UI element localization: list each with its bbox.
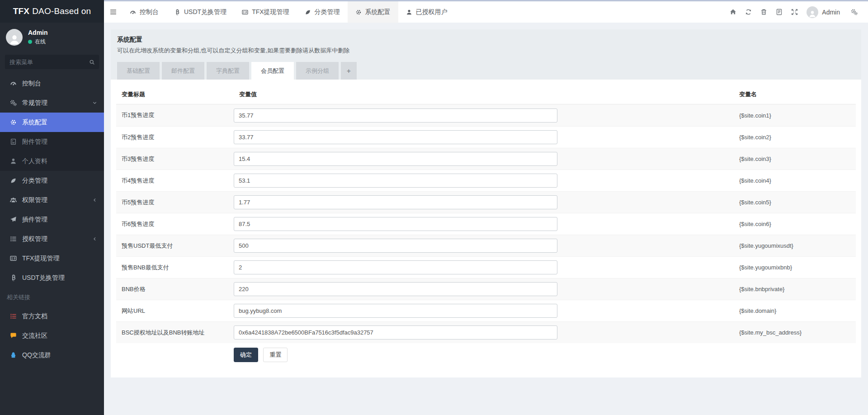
settings-button[interactable] xyxy=(846,1,862,23)
value-input[interactable] xyxy=(234,174,557,188)
value-input[interactable] xyxy=(234,282,557,296)
sidebar-item-usdt-exchange[interactable]: USDT兑换管理 xyxy=(0,268,104,288)
nav-tab-dashboard[interactable]: 控制台 xyxy=(122,1,166,23)
navbar-user-name[interactable]: Admin xyxy=(822,9,840,16)
sidebar-menu: 控制台 常规管理 系统配置 附件管理 个人资料 分类管理 权限管理 插件管理 授… xyxy=(0,74,104,288)
sidebar-toggle-button[interactable] xyxy=(104,1,122,23)
row-value-cell xyxy=(234,108,734,123)
row-title: 币1预售进度 xyxy=(116,111,234,119)
sidebar-item-general[interactable]: 常规管理 xyxy=(0,93,104,113)
fullscreen-button[interactable] xyxy=(787,1,802,23)
sidebar-item-auth[interactable]: 权限管理 xyxy=(0,190,104,210)
search-icon xyxy=(89,59,95,65)
nav-tab-category[interactable]: 分类管理 xyxy=(297,1,348,23)
table-row: 币3预售进度 {$site.coin3} xyxy=(116,148,856,170)
users-icon xyxy=(10,197,18,203)
user-icon xyxy=(808,10,816,18)
cogs-icon xyxy=(10,99,18,106)
user-status: 在线 xyxy=(28,38,48,46)
bitcoin-icon xyxy=(174,9,180,15)
gauge-icon xyxy=(10,80,18,87)
language-button[interactable] xyxy=(771,1,787,23)
qq-icon xyxy=(10,352,18,358)
row-title: 币5预售进度 xyxy=(116,198,234,207)
sidebar-item-attachment[interactable]: 附件管理 xyxy=(0,132,104,151)
row-varname: {$site.coin5} xyxy=(734,199,856,206)
sidebar-link-qq[interactable]: QQ交流群 xyxy=(0,345,104,365)
table-row: 币2预售进度 {$site.coin2} xyxy=(116,126,856,148)
refresh-icon xyxy=(745,9,752,15)
row-value-cell xyxy=(234,130,734,144)
language-icon xyxy=(776,9,783,15)
home-icon xyxy=(730,9,736,15)
row-varname: {$site.bnbprivate} xyxy=(734,286,856,292)
nav-tab-config[interactable]: 系统配置 xyxy=(348,1,398,23)
submit-button[interactable]: 确定 xyxy=(234,348,258,362)
sidebar-link-forum[interactable]: 交流社区 xyxy=(0,326,104,345)
table-row: BSC授权地址以及BNB转账地址 {$site.my_bsc_address} xyxy=(116,321,856,343)
chevron-left-icon xyxy=(92,198,97,203)
value-input[interactable] xyxy=(234,217,557,231)
sidebar-item-tfx-withdraw[interactable]: TFX提现管理 xyxy=(0,249,104,268)
row-value-cell xyxy=(234,152,734,166)
row-varname: {$site.yugoumixusdt} xyxy=(734,242,856,249)
online-label: 在线 xyxy=(35,38,46,46)
sidebar-item-license[interactable]: 授权管理 xyxy=(0,229,104,249)
add-group-tab[interactable]: + xyxy=(341,62,357,80)
sidebar-item-profile[interactable]: 个人资料 xyxy=(0,151,104,171)
value-input[interactable] xyxy=(234,195,557,209)
row-title: 币3预售进度 xyxy=(116,155,234,163)
value-input[interactable] xyxy=(234,152,557,166)
sidebar-item-category[interactable]: 分类管理 xyxy=(0,171,104,190)
form-actions: 确定 重置 xyxy=(116,343,856,362)
user-panel: Admin 在线 xyxy=(0,23,104,51)
sidebar-item-addon[interactable]: 插件管理 xyxy=(0,210,104,229)
nav-tab-authorized-users[interactable]: 已授权用户 xyxy=(398,1,455,23)
group-tab-1[interactable]: 邮件配置 xyxy=(162,62,204,80)
group-tab-4[interactable]: 示例分组 xyxy=(296,62,339,80)
clear-cache-button[interactable] xyxy=(756,1,771,23)
group-tab-2[interactable]: 字典配置 xyxy=(207,62,249,80)
gear-icon xyxy=(10,119,18,126)
sidebar-item-config[interactable]: 系统配置 xyxy=(0,113,104,132)
chevron-left-icon xyxy=(92,236,97,241)
leaf-icon xyxy=(10,177,18,184)
page-title: 系统配置 xyxy=(117,36,855,44)
value-input[interactable] xyxy=(234,108,557,123)
group-tab-3[interactable]: 会员配置 xyxy=(251,62,294,80)
chevron-down-icon xyxy=(92,100,97,105)
user-icon xyxy=(9,34,20,46)
sidebar-link-docs[interactable]: 官方文档 xyxy=(0,307,104,326)
gears-icon xyxy=(851,9,858,15)
comment-icon xyxy=(10,332,18,339)
row-varname: {$site.coin3} xyxy=(734,156,856,162)
row-title: BSC授权地址以及BNB转账地址 xyxy=(116,329,234,337)
nav-tabs: 控制台 USDT兑换管理 TFX提现管理 分类管理 系统配置 已授权用户 xyxy=(122,1,455,23)
row-value-cell xyxy=(234,325,734,340)
user-name: Admin xyxy=(28,29,48,36)
value-input[interactable] xyxy=(234,304,557,318)
value-input[interactable] xyxy=(234,325,557,340)
value-input[interactable] xyxy=(234,130,557,144)
value-input[interactable] xyxy=(234,260,557,274)
list-icon xyxy=(10,236,18,242)
nav-tab-usdt-exchange[interactable]: USDT兑换管理 xyxy=(166,1,234,23)
value-input[interactable] xyxy=(234,239,557,253)
user-icon xyxy=(406,9,412,15)
menu-search-input[interactable] xyxy=(9,59,89,66)
app-logo[interactable]: TFX DAO-Based on xyxy=(0,0,104,23)
table-row: 预售BNB最低支付 {$site.yugoumixbnb} xyxy=(116,256,856,278)
group-tab-0[interactable]: 基础配置 xyxy=(117,62,160,80)
panel-body: 变量标题 变量值 变量名 币1预售进度 {$site.coin1} 币2预售进度… xyxy=(111,80,861,362)
sidebar-item-dashboard[interactable]: 控制台 xyxy=(0,74,104,93)
refresh-button[interactable] xyxy=(741,1,756,23)
home-button[interactable] xyxy=(725,1,741,23)
row-title: 币6预售进度 xyxy=(116,220,234,228)
reset-button[interactable]: 重置 xyxy=(263,348,288,362)
hamburger-icon xyxy=(109,8,117,16)
navbar-avatar[interactable] xyxy=(807,6,818,18)
gauge-icon xyxy=(130,9,136,15)
config-panel: 系统配置 可以在此增改系统的变量和分组,也可以自定义分组和变量,如果需要删除请从… xyxy=(111,29,861,377)
sidebar-section-label: 相关链接 xyxy=(0,288,104,307)
nav-tab-tfx-withdraw[interactable]: TFX提现管理 xyxy=(234,1,297,23)
